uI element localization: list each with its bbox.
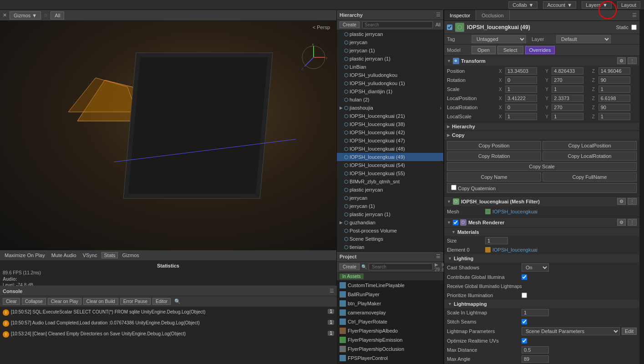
- tab-inspector[interactable]: Inspector: [444, 10, 476, 20]
- mesh-filter-options-btn[interactable]: ⚙: [617, 198, 626, 205]
- layout-button[interactable]: Layout: [617, 1, 640, 9]
- hier-item-20[interactable]: ⬡ jerrycan: [337, 194, 443, 202]
- copy-rotation-btn[interactable]: Copy Rotation: [447, 152, 541, 161]
- hier-item-selected[interactable]: ⬡ IOPSH_loucengkuai (49): [337, 153, 443, 161]
- copy-fullname-btn[interactable]: Copy FullName: [543, 172, 637, 182]
- scale-y-input[interactable]: [552, 86, 583, 93]
- copy-localposition-btn[interactable]: Copy LocalPosition: [543, 141, 637, 150]
- hier-item-7[interactable]: ⬡ IOPSH_diantijin (1): [337, 87, 443, 96]
- lpos-x-input[interactable]: [505, 95, 537, 102]
- rot-y-input[interactable]: [552, 76, 583, 84]
- optimize-uvs-checkbox[interactable]: [522, 338, 527, 344]
- stats-label[interactable]: Stats: [101, 252, 117, 258]
- copy-scale-btn[interactable]: Copy Scale: [447, 162, 637, 171]
- console-entry-2[interactable]: ! [10:53:24] [Clean] Cleaned Empty Direc…: [1, 330, 336, 341]
- layer-select[interactable]: Default: [556, 35, 611, 43]
- copy-section-header[interactable]: ▶ Copy: [444, 131, 639, 139]
- console-entry-0[interactable]: ! [10:50:52] SQL:ExecuteScalar SELECT CO…: [1, 308, 336, 319]
- mesh-filter-more-btn[interactable]: ⋮: [628, 198, 637, 205]
- tag-select[interactable]: Untagged: [472, 35, 526, 43]
- stitch-seams-checkbox[interactable]: [522, 319, 527, 324]
- hier-item-26[interactable]: ⬡ tienian: [337, 243, 443, 251]
- lscale-y-input[interactable]: [552, 113, 583, 120]
- gizmos-label-stats[interactable]: Gizmos: [121, 253, 141, 258]
- tab-occlusion[interactable]: Occlusion: [476, 10, 509, 20]
- open-button[interactable]: Open: [472, 46, 496, 54]
- prioritize-checkbox[interactable]: [522, 293, 527, 298]
- hierarchy-create-button[interactable]: Create: [340, 21, 360, 28]
- lscale-z-input[interactable]: [598, 113, 630, 120]
- hier-item-8[interactable]: ⬡ hulan (2): [337, 96, 443, 104]
- hier-item-14[interactable]: ⬡ IOPSH_loucengkuai (48): [337, 145, 443, 153]
- proj-item-0[interactable]: CustomTimeLinePlayable: [337, 281, 443, 290]
- scale-lightmap-input[interactable]: [522, 309, 549, 316]
- mute-audio[interactable]: Mute Audio: [50, 253, 78, 258]
- max-distance-input[interactable]: [522, 346, 549, 354]
- materials-subsection-header[interactable]: ▼ Materials: [444, 228, 639, 236]
- inspector-menu-icon[interactable]: ☰: [629, 12, 639, 18]
- hier-item-13[interactable]: ⬡ IOPSH_loucengkuai (47): [337, 136, 443, 145]
- hier-item-24[interactable]: ⬡ Post-process Volume: [337, 227, 443, 235]
- mesh-renderer-header[interactable]: ▼ ⬡ Mesh Renderer ⚙ ⋮: [444, 217, 639, 227]
- hier-item-18[interactable]: ⬡ BIMvR_zlyb_qtmh_snt: [337, 177, 443, 186]
- hier-item-10[interactable]: ⬡ IOPSH_loucengkuai (21): [337, 112, 443, 120]
- lpos-z-input[interactable]: [598, 95, 630, 102]
- lighting-subsection-header[interactable]: ▼ Lighting: [444, 254, 639, 263]
- proj-item-1[interactable]: BallRunPlayer: [337, 290, 443, 299]
- object-enable-checkbox[interactable]: [447, 25, 452, 30]
- rot-x-input[interactable]: [505, 76, 537, 84]
- clear-on-build-button[interactable]: Clear on Build: [83, 298, 118, 305]
- copy-name-btn[interactable]: Copy Name: [447, 172, 541, 182]
- proj-item-6[interactable]: FlyerPlayershipEmission: [337, 335, 443, 344]
- proj-item-8[interactable]: FPSPlayerControl: [337, 354, 443, 363]
- max-angle-input[interactable]: [522, 355, 549, 363]
- select-button[interactable]: Select: [497, 46, 523, 54]
- rot-z-input[interactable]: [598, 76, 630, 84]
- lightmap-params-select[interactable]: Scene Default Parameters: [522, 327, 620, 335]
- pos-z-input[interactable]: [598, 67, 630, 75]
- hier-item-5[interactable]: ⬡ IOPSH_yuliudongkou: [337, 71, 443, 79]
- proj-item-5[interactable]: FlyerPlayershipAlbedo: [337, 326, 443, 335]
- console-entry-1[interactable]: ! [10:50:57] Audio Load Completed,Load d…: [1, 319, 336, 330]
- maximize-on-play[interactable]: Maximize On Play: [3, 253, 47, 258]
- hier-item-4[interactable]: ⬡ LinBian: [337, 63, 443, 71]
- hier-item-2[interactable]: ⬡ jerrycan (1): [337, 46, 443, 55]
- copy-quaternion-checkbox[interactable]: [451, 185, 456, 190]
- clear-button[interactable]: Clear: [3, 298, 20, 305]
- hierarchy-menu-icon[interactable]: ☰: [436, 12, 441, 18]
- lpos-y-input[interactable]: [552, 95, 583, 102]
- all-button[interactable]: All: [51, 11, 64, 20]
- hier-item-19[interactable]: ⬡ plastic jerrycan: [337, 186, 443, 194]
- copy-localrotation-btn[interactable]: Copy LocalRotation: [543, 152, 637, 161]
- transform-more-btn[interactable]: ⋮: [628, 57, 637, 64]
- lscale-x-input[interactable]: [505, 113, 537, 120]
- collapse-button[interactable]: Collapse: [22, 298, 46, 305]
- scale-z-input[interactable]: [598, 86, 630, 93]
- transform-options-btn[interactable]: ⚙: [617, 57, 626, 64]
- hier-item-9[interactable]: ▶ ⬡ jiaoshoujia ›: [337, 104, 443, 112]
- hier-item-17[interactable]: ⬡ IOPSH_loucengkuai (55): [337, 169, 443, 177]
- mat-size-input[interactable]: [485, 237, 508, 244]
- proj-item-7[interactable]: FlyerPlayershipOcclusion: [337, 344, 443, 354]
- hier-item-1[interactable]: ⬡ jerrycan: [337, 38, 443, 46]
- lightmapping-subsection-header[interactable]: ▼ Lightmapping: [444, 300, 639, 308]
- hier-item-6[interactable]: ⬡ IOPSH_yuliudongkou (1): [337, 79, 443, 87]
- copy-position-btn[interactable]: Copy Position: [447, 141, 541, 150]
- console-menu-icon[interactable]: ☰: [330, 288, 334, 294]
- proj-item-2[interactable]: btn_PlayMaker: [337, 299, 443, 308]
- hier-item-21[interactable]: ⬡ jerrycan (1): [337, 202, 443, 210]
- lrot-y-input[interactable]: [552, 104, 583, 111]
- hier-item-25[interactable]: ⬡ Scene Settings: [337, 235, 443, 243]
- layers-button[interactable]: Layers ▼: [582, 1, 612, 9]
- static-checkbox[interactable]: [631, 25, 637, 30]
- clear-on-play-button[interactable]: Clear on Play: [48, 298, 81, 305]
- mesh-filter-header[interactable]: ▼ ⬡ IOPSH_loucengkuai (Mesh Filter) ⚙ ⋮: [444, 197, 639, 206]
- vsync-label[interactable]: VSync: [81, 253, 99, 258]
- lrot-x-input[interactable]: [505, 104, 537, 111]
- hier-item-0[interactable]: ⬡ plastic jerrycan: [337, 30, 443, 38]
- project-search-input[interactable]: [369, 263, 433, 270]
- project-menu-icon[interactable]: ☰: [436, 253, 441, 259]
- mesh-renderer-more-btn[interactable]: ⋮: [628, 219, 637, 226]
- proj-item-4[interactable]: Ctrl_PlayerRotate: [337, 317, 443, 326]
- mesh-renderer-options-btn[interactable]: ⚙: [617, 219, 626, 226]
